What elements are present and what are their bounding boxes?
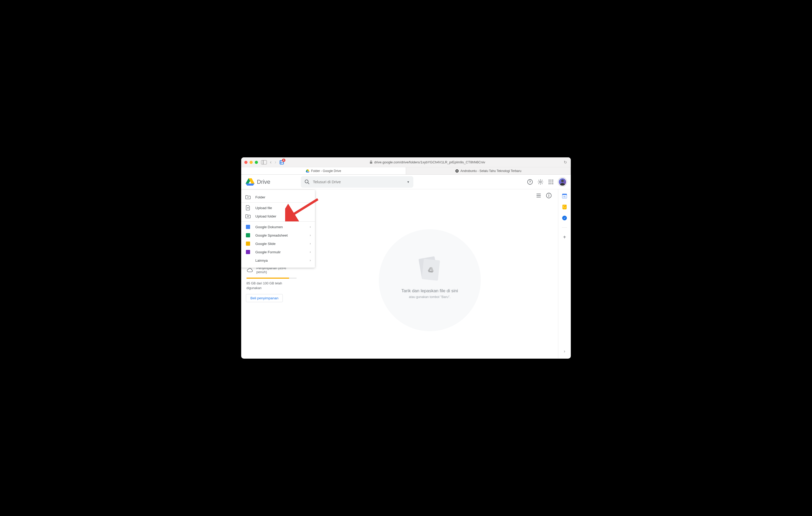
menu-item-label: Google Slide [255,242,276,246]
google-slides-icon [245,241,251,246]
reload-button[interactable]: ↻ [564,160,567,165]
menu-item-upload-folder[interactable]: Upload folder [241,212,315,220]
menu-item-label: Upload file [255,206,272,210]
menu-item-label: Upload folder [255,214,276,218]
close-window-button[interactable] [244,161,248,164]
chevron-right-icon: › [310,234,311,237]
google-docs-icon [245,224,251,230]
nav-arrows: ‹ › [270,159,276,165]
back-button[interactable]: ‹ [270,159,271,165]
add-addon-button[interactable]: + [562,235,567,240]
search-input[interactable] [313,180,407,184]
drive-header: Drive ▼ ? [241,175,571,189]
tab-title: Androbuntu - Selalu Tahu Teknologi Terba… [460,169,521,173]
keep-app-button[interactable] [562,205,567,210]
apps-grid-icon [549,180,553,184]
collapse-panel-button[interactable]: › [562,349,567,354]
storage-section: Penyimpanan (85% penuh) 85 GB dari 100 G… [241,266,301,302]
support-button[interactable]: ? [527,179,533,185]
search-box[interactable]: ▼ [301,176,413,188]
svg-point-9 [457,170,458,172]
chevron-right-icon: › [310,242,311,245]
drive-logo-icon [245,178,255,186]
menu-item-label: Google Spreadsheet [255,234,288,237]
menu-item-label: Google Dokumen [255,225,283,229]
svg-point-19 [549,194,549,194]
menu-item-more[interactable]: Lainnya › [241,256,315,265]
browser-toolbar: ‹ › 8 drive.google.com/drive/folders/1xy… [241,157,571,167]
keep-icon [562,205,567,209]
drive-logo[interactable]: Drive [245,178,298,186]
lock-icon [370,160,373,164]
blank-icon [245,258,251,263]
left-sidebar: Folder Upload file Uplo [241,189,301,359]
empty-state: Tarik dan lepaskan file di sini atau gun… [301,202,558,359]
drive-favicon-icon [306,169,310,173]
svg-rect-3 [370,162,372,164]
androbuntu-favicon-icon [455,169,459,173]
buy-storage-button[interactable]: Beli penyimpanan [246,294,283,302]
browser-window: ‹ › 8 drive.google.com/drive/folders/1xy… [241,157,571,359]
forward-button[interactable]: › [275,159,276,165]
menu-item-google-forms[interactable]: Google Formulir › [241,248,315,256]
menu-item-upload-file[interactable]: Upload file [241,204,315,212]
browser-tab-drive[interactable]: Folder - Google Drive [241,167,406,174]
header-actions: ? [527,178,567,186]
chevron-right-icon: › [310,250,311,254]
apps-button[interactable] [548,179,554,185]
extension-badge: 8 [282,159,285,162]
storage-usage-text: 85 GB dari 100 GB telah digunakan [246,281,297,291]
chevron-right-icon: › [310,259,311,262]
sidebar-toggle-icon[interactable] [261,160,267,164]
calendar-app-button[interactable] [562,193,567,199]
empty-state-title: Tarik dan lepaskan file di sini [401,288,458,294]
google-sheets-icon [245,233,251,238]
empty-files-icon [418,256,442,282]
menu-item-label: Folder [255,195,265,199]
tab-title: Folder - Google Drive [311,169,341,173]
search-icon [304,179,310,185]
search-options-button[interactable]: ▼ [407,180,410,183]
svg-line-14 [308,183,309,184]
tasks-app-button[interactable]: ✓ [562,215,567,221]
menu-item-folder[interactable]: Folder [241,193,315,201]
svg-point-13 [305,180,308,183]
list-view-button[interactable] [536,193,541,198]
side-panel: ✓ + › [558,189,571,359]
tasks-icon: ✓ [562,216,567,220]
menu-item-google-docs[interactable]: Google Dokumen › [241,223,315,231]
url-text: drive.google.com/drive/folders/1xybYGCh4… [374,160,485,164]
window-controls [244,161,258,164]
storage-progress-bar [246,278,297,279]
chevron-right-icon: › [310,225,311,229]
drive-logo-text: Drive [257,179,270,185]
panel-divider [562,227,567,228]
browser-tabs: Folder - Google Drive Androbuntu - Selal… [241,167,571,175]
new-folder-icon [245,194,251,200]
settings-button[interactable] [537,179,544,185]
upload-folder-icon [245,214,251,219]
extension-button[interactable]: 8 [280,160,284,165]
account-avatar[interactable] [558,178,567,186]
menu-item-label: Google Formulir [255,250,281,254]
menu-item-google-slides[interactable]: Google Slide › [241,239,315,248]
minimize-window-button[interactable] [250,161,253,164]
empty-state-subtitle: atau gunakan tombol "Baru". [409,295,451,299]
calendar-icon [562,194,567,199]
svg-point-17 [540,181,542,183]
content-area: Tarik dan lepaskan file di sini atau gun… [301,189,558,359]
address-bar[interactable]: drive.google.com/drive/folders/1xybYGCh4… [287,160,568,164]
details-button[interactable] [546,193,552,199]
svg-marker-7 [306,172,309,173]
new-menu: Folder Upload file Uplo [241,190,315,268]
upload-file-icon [245,205,251,210]
maximize-window-button[interactable] [255,161,258,164]
cloud-icon [247,268,253,272]
browser-tab-androbuntu[interactable]: Androbuntu - Selalu Tahu Teknologi Terba… [406,167,571,174]
svg-rect-20 [549,195,549,197]
empty-state-illustration: Tarik dan lepaskan file di sini atau gun… [379,229,481,331]
storage-progress-fill [246,278,289,279]
content-toolbar [301,189,558,202]
menu-item-google-sheets[interactable]: Google Spreadsheet › [241,231,315,239]
svg-text:?: ? [529,180,531,184]
